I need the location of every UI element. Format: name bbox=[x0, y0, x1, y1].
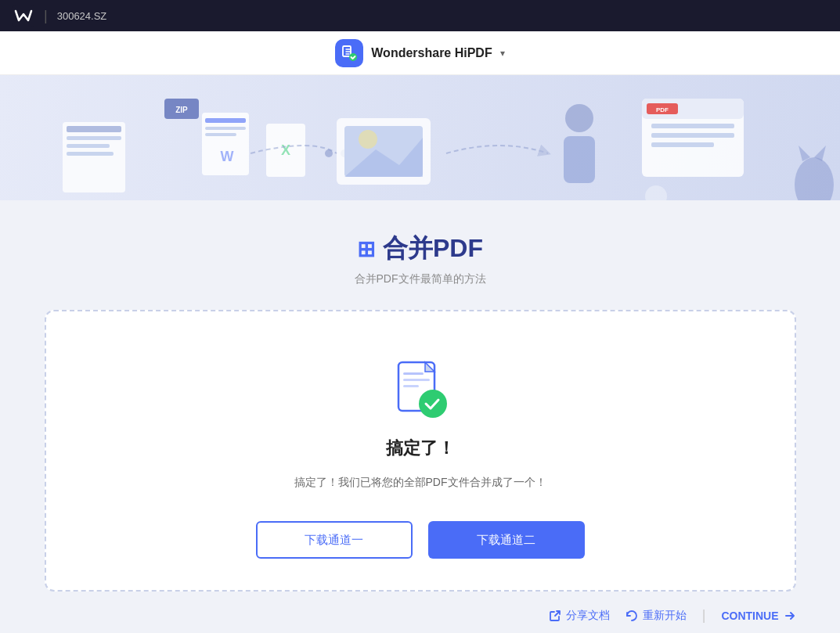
merge-pdf-icon: ⊞ bbox=[357, 236, 375, 262]
svg-rect-5 bbox=[67, 126, 121, 132]
titlebar-ticker: 300624.SZ bbox=[57, 10, 107, 22]
svg-rect-33 bbox=[651, 142, 714, 147]
svg-rect-4 bbox=[63, 122, 125, 192]
chevron-down-icon: ▾ bbox=[500, 48, 505, 59]
hero-banner: ZIP W X PDF 💡 bbox=[0, 75, 840, 200]
continue-label: CONTINUE bbox=[721, 610, 778, 622]
share-icon bbox=[549, 610, 561, 622]
titlebar-divider: | bbox=[44, 8, 48, 24]
svg-rect-43 bbox=[403, 385, 419, 387]
arrow-right-icon bbox=[784, 610, 796, 622]
titlebar: | 300624.SZ bbox=[0, 0, 840, 31]
svg-point-23 bbox=[359, 130, 377, 149]
page-subtitle: 合并PDF文件最简单的方法 bbox=[355, 272, 486, 286]
brand-name: Wondershare HiPDF bbox=[371, 46, 492, 60]
share-document-link[interactable]: 分享文档 bbox=[549, 609, 610, 623]
page-title-area: ⊞ 合并PDF 合并PDF文件最简单的方法 bbox=[355, 232, 486, 286]
footer-divider: | bbox=[702, 607, 706, 624]
share-document-label: 分享文档 bbox=[566, 609, 610, 623]
page-title: ⊞ 合并PDF bbox=[355, 232, 486, 266]
svg-text:PDF: PDF bbox=[656, 106, 669, 113]
titlebar-logo bbox=[13, 5, 34, 27]
svg-rect-26 bbox=[564, 136, 595, 183]
svg-rect-12 bbox=[205, 118, 246, 123]
svg-point-2 bbox=[349, 53, 357, 61]
svg-rect-32 bbox=[651, 133, 734, 138]
brand-icon bbox=[335, 39, 363, 67]
app-header: Wondershare HiPDF ▾ bbox=[0, 31, 840, 75]
svg-rect-13 bbox=[205, 127, 246, 130]
success-icon bbox=[389, 358, 452, 421]
svg-rect-31 bbox=[651, 124, 734, 128]
success-title: 搞定了！ bbox=[386, 437, 455, 460]
svg-text:X: X bbox=[281, 142, 290, 158]
svg-text:ZIP: ZIP bbox=[175, 106, 188, 114]
svg-rect-7 bbox=[67, 144, 110, 148]
download-buttons: 下载通道一 下载通道二 bbox=[256, 521, 585, 559]
svg-rect-42 bbox=[403, 379, 430, 381]
svg-point-44 bbox=[419, 390, 447, 418]
success-desc: 搞定了！我们已将您的全部PDF文件合并成了一个！ bbox=[294, 476, 546, 490]
hipdf-logo-icon bbox=[341, 45, 358, 62]
continue-link[interactable]: CONTINUE bbox=[721, 610, 795, 622]
svg-rect-8 bbox=[67, 152, 114, 156]
download-channel1-button[interactable]: 下载通道一 bbox=[256, 521, 413, 559]
svg-point-25 bbox=[565, 104, 593, 132]
content-card: 搞定了！ 搞定了！我们已将您的全部PDF文件合并成了一个！ 下载通道一 下载通道… bbox=[45, 310, 796, 592]
svg-rect-14 bbox=[205, 133, 236, 136]
svg-rect-6 bbox=[67, 136, 121, 140]
restart-link[interactable]: 重新开始 bbox=[625, 609, 687, 623]
wondershare-logo-icon bbox=[13, 5, 34, 27]
success-icon-wrap bbox=[389, 358, 452, 421]
page-title-text: 合并PDF bbox=[383, 232, 483, 266]
footer-actions: 分享文档 重新开始 | CONTINUE bbox=[45, 592, 796, 631]
restart-label: 重新开始 bbox=[643, 609, 687, 623]
app-brand[interactable]: Wondershare HiPDF ▾ bbox=[335, 39, 504, 67]
main-content: ⊞ 合并PDF 合并PDF文件最简单的方法 搞定了！ 搞定了！我们已将您的全部P… bbox=[0, 200, 840, 633]
svg-rect-41 bbox=[403, 372, 424, 375]
restart-icon bbox=[625, 610, 638, 622]
download-channel2-button[interactable]: 下载通道二 bbox=[428, 521, 585, 559]
svg-text:W: W bbox=[221, 149, 234, 164]
hero-illustration: ZIP W X PDF 💡 bbox=[0, 75, 840, 200]
